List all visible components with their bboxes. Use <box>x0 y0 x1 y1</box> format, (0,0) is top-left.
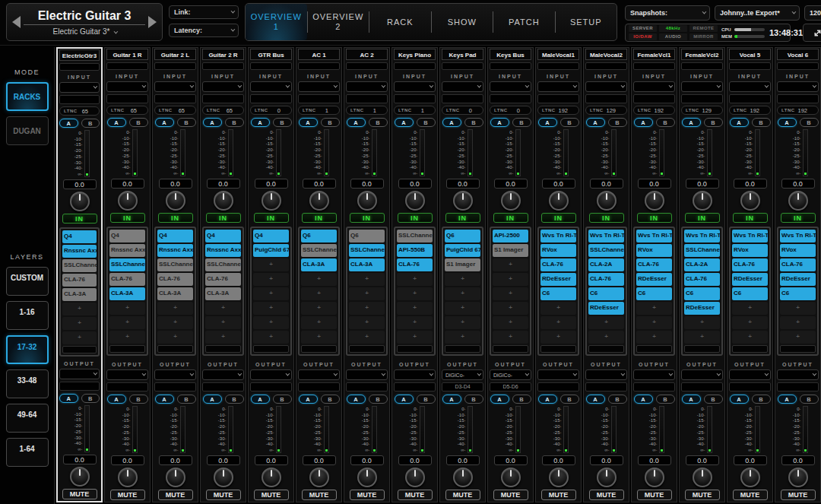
rack-assign-box[interactable] <box>588 345 624 353</box>
plugin-slot-empty[interactable]: + <box>540 316 576 329</box>
channel-name[interactable]: Keys Pad <box>442 49 483 60</box>
plugin-slot-empty[interactable]: + <box>445 302 480 315</box>
input-a-button[interactable]: A <box>107 118 126 127</box>
plugin-slot-empty[interactable]: + <box>732 302 768 315</box>
channel-in-button[interactable]: IN <box>685 213 720 223</box>
mute-button[interactable]: MUTE <box>445 490 480 500</box>
plugin-slot[interactable]: Wvs Tn Rl-T <box>780 230 816 242</box>
output-b-button[interactable]: B <box>369 395 388 404</box>
plugin-slot[interactable]: RDeEsser <box>780 273 816 286</box>
input-gain-readout[interactable]: 0.0 <box>542 179 575 189</box>
output-gain-knob[interactable] <box>309 468 329 487</box>
output-gain-readout[interactable]: 0.0 <box>446 455 480 465</box>
plugin-slot-empty[interactable]: + <box>780 316 816 329</box>
output-gain-readout[interactable]: 0.0 <box>207 455 240 465</box>
plugin-slot-empty[interactable]: + <box>157 316 193 329</box>
channel-in-button[interactable]: IN <box>445 213 480 223</box>
mute-button[interactable]: MUTE <box>110 490 145 500</box>
plugin-slot[interactable]: S1 Imager <box>445 258 480 271</box>
rack-preset-dropdown[interactable]: Electric Guitar 3* <box>24 27 145 36</box>
plugin-slot[interactable]: Rnssnc Axx <box>62 245 97 258</box>
output-select[interactable] <box>346 369 388 380</box>
output-gain-readout[interactable]: 0.0 <box>398 455 432 465</box>
rack-assign-box[interactable] <box>349 345 385 353</box>
plugin-slot-empty[interactable]: + <box>636 302 672 315</box>
output-a-button[interactable]: A <box>251 395 270 404</box>
channel-scribble-box[interactable] <box>250 62 292 70</box>
input-b-button[interactable]: B <box>225 118 244 127</box>
output-gain-knob[interactable] <box>262 468 281 487</box>
plugin-slot-empty[interactable]: + <box>253 316 289 329</box>
plugin-slot[interactable]: CLA-76 <box>588 273 624 286</box>
output-select[interactable] <box>154 369 196 380</box>
input-gain-knob[interactable] <box>788 191 808 211</box>
input-b-button[interactable]: B <box>321 118 340 127</box>
output-gain-readout[interactable]: 0.0 <box>159 455 192 465</box>
plugin-slot-empty[interactable]: + <box>493 258 528 271</box>
plugin-slot[interactable]: Q4 <box>205 230 241 242</box>
output-b-button[interactable]: B <box>81 394 100 403</box>
plugin-slot-empty[interactable]: + <box>493 273 528 286</box>
mute-button[interactable]: MUTE <box>206 490 241 500</box>
plugin-slot[interactable]: SSLChannel <box>109 258 145 271</box>
output-gain-readout[interactable]: 0.0 <box>638 455 671 465</box>
layer-custom-button[interactable]: CUSTOM <box>6 267 49 296</box>
rack-assign-box[interactable] <box>684 345 720 353</box>
input-gain-knob[interactable] <box>453 191 473 211</box>
input-gain-knob[interactable] <box>405 191 425 211</box>
input-b-button[interactable]: B <box>81 119 100 128</box>
plugin-slot[interactable]: Wvs Tn Rl-T <box>684 230 720 242</box>
output-b-button[interactable]: B <box>752 395 771 404</box>
input-b-button[interactable]: B <box>560 118 579 127</box>
output-gain-readout[interactable]: 0.0 <box>781 455 815 465</box>
input-gain-knob[interactable] <box>693 191 712 211</box>
plugin-slot[interactable]: RVox <box>636 244 672 257</box>
channel-scribble-box[interactable] <box>729 62 771 70</box>
mode-dugan-button[interactable]: DUGAN <box>6 116 49 145</box>
output-gain-readout[interactable]: 0.0 <box>255 455 288 465</box>
input-a-button[interactable]: A <box>59 119 78 128</box>
output-gain-knob[interactable] <box>549 468 569 487</box>
channel-scribble-box[interactable] <box>681 62 723 70</box>
plugin-slot[interactable]: CLA-3A <box>157 287 193 300</box>
channel-name[interactable]: MaleVocal2 <box>585 49 627 60</box>
rack-assign-box[interactable] <box>780 345 816 353</box>
plugin-slot[interactable]: Wvs Tn Rl-T <box>636 230 672 242</box>
output-b-button[interactable]: B <box>560 395 579 404</box>
input-select[interactable] <box>298 81 340 92</box>
plugin-slot-empty[interactable]: + <box>732 331 768 344</box>
output-b-button[interactable]: B <box>417 395 436 404</box>
output-select[interactable] <box>59 369 100 379</box>
channel-in-button[interactable]: IN <box>589 213 624 223</box>
plugin-slot-empty[interactable]: + <box>540 302 576 315</box>
input-b-button[interactable]: B <box>177 118 196 127</box>
rack-assign-box[interactable] <box>493 345 528 353</box>
channel-scribble-box[interactable] <box>442 62 483 70</box>
plugin-slot-empty[interactable]: + <box>493 302 528 315</box>
channel-name[interactable]: Guitar 2 R <box>202 49 244 60</box>
plugin-slot-empty[interactable]: + <box>62 303 97 315</box>
tab-patch[interactable]: PATCH <box>493 4 555 40</box>
plugin-slot-empty[interactable]: + <box>349 287 385 300</box>
plugin-slot-empty[interactable]: + <box>349 331 385 344</box>
plugin-slot-empty[interactable]: + <box>780 302 816 315</box>
plugin-slot[interactable]: SSLChannel <box>62 259 97 272</box>
plugin-slot-empty[interactable]: + <box>205 331 241 344</box>
input-gain-readout[interactable]: 0.0 <box>590 179 623 189</box>
input-gain-readout[interactable]: 0.0 <box>398 179 432 189</box>
output-select[interactable]: DiGiCo- <box>490 369 531 380</box>
input-gain-readout[interactable]: 0.0 <box>207 179 240 189</box>
output-a-button[interactable]: A <box>442 395 461 404</box>
plugin-slot-empty[interactable]: + <box>493 287 528 300</box>
input-a-button[interactable]: A <box>442 118 461 127</box>
input-a-button[interactable]: A <box>299 118 318 127</box>
output-a-button[interactable]: A <box>490 395 509 404</box>
plugin-slot-empty[interactable]: + <box>253 302 289 315</box>
plugin-slot[interactable]: RDeEsser <box>588 302 624 315</box>
plugin-slot[interactable]: CLA-3A <box>109 287 145 300</box>
input-gain-readout[interactable]: 0.0 <box>494 179 528 189</box>
output-a-button[interactable]: A <box>395 395 414 404</box>
output-gain-readout[interactable]: 0.0 <box>590 455 623 465</box>
mute-button[interactable]: MUTE <box>493 490 528 500</box>
plugin-slot[interactable]: API-550B <box>397 244 433 257</box>
